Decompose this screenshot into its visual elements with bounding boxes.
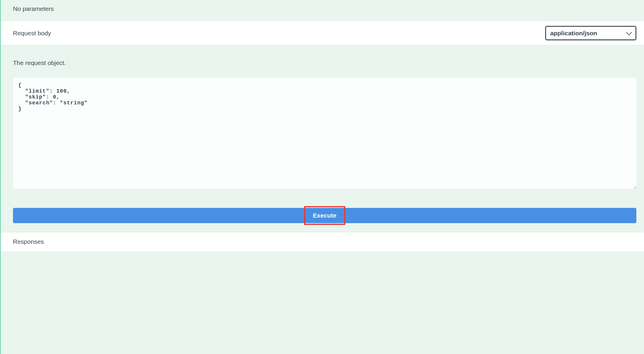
- request-body-description: The request object.: [13, 59, 636, 66]
- request-body-section: The request object. { "limit": 100, "ski…: [1, 45, 644, 199]
- no-parameters-label: No parameters: [13, 5, 54, 12]
- execute-section: Execute: [1, 199, 644, 232]
- content-type-select-wrapper: application/json: [545, 26, 636, 40]
- execute-button[interactable]: Execute: [13, 208, 636, 223]
- request-body-textarea[interactable]: { "limit": 100, "skip": 0, "search": "st…: [13, 78, 636, 189]
- request-body-label: Request body: [13, 30, 51, 37]
- execute-wrapper: Execute: [13, 208, 636, 223]
- request-body-header: Request body application/json: [1, 21, 644, 45]
- no-parameters-row: No parameters: [1, 0, 644, 21]
- responses-label: Responses: [13, 238, 44, 245]
- content-type-select[interactable]: application/json: [545, 26, 636, 40]
- responses-header: Responses: [1, 232, 644, 251]
- api-operation-panel: No parameters Request body application/j…: [0, 0, 644, 354]
